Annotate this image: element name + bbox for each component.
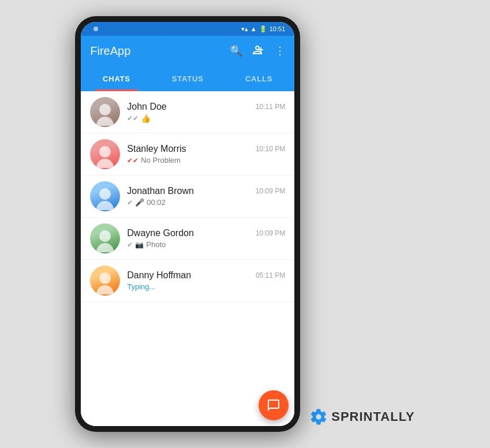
chat-content: Danny Hoffman 05:11 PM Typing... [127,270,285,291]
chat-content: Dwayne Gordon 10:09 PM ✔ 📷 Photo [127,228,285,249]
contact-name: Jonathan Brown [127,186,194,196]
chat-header: John Doe 10:11 PM [127,102,285,112]
avatar-silhouette [96,97,114,127]
add-contact-button[interactable] [253,44,264,58]
avatar-head [99,104,111,115]
phone-frame: ▾▴ ▲ 🔋 10:51 FireApp 🔍 ⋮ [75,16,300,432]
status-bar: ▾▴ ▲ 🔋 10:51 [81,22,294,36]
chat-header: Dwayne Gordon 10:09 PM [127,228,285,238]
chat-preview: ✔✔ 👍 [127,114,285,123]
check-icon: ✔ [127,241,133,249]
signal-dot [93,27,98,31]
contact-name: Dwayne Gordon [127,228,194,238]
avatar-head [99,146,111,158]
avatar-head [99,188,111,200]
check-icon: ✔ [127,199,133,207]
message-time: 10:09 PM [256,187,285,195]
chat-item[interactable]: Stanley Morris 10:10 PM ✔✔ No Problem [81,133,294,176]
message-time: 10:09 PM [256,229,285,237]
chat-header: Stanley Morris 10:10 PM [127,144,285,154]
tab-status-label: STATUS [172,74,204,83]
app-bar: FireApp 🔍 ⋮ [81,36,294,66]
wifi-icon: ▾▴ [241,25,248,33]
chat-item[interactable]: Dwayne Gordon 10:09 PM ✔ 📷 Photo [81,218,294,260]
avatar-body [96,243,114,252]
contact-name: John Doe [127,102,167,112]
avatar [90,223,120,253]
avatar-silhouette [96,181,114,211]
chat-content: Stanley Morris 10:10 PM ✔✔ No Problem [127,144,285,165]
status-bar-right: ▾▴ ▲ 🔋 10:51 [241,25,285,33]
chat-list: John Doe 10:11 PM ✔✔ 👍 [81,91,294,426]
preview-text: No Problem [141,156,181,165]
tab-chats-label: CHATS [103,74,130,83]
new-chat-fab[interactable] [259,390,289,420]
brand-name-label: SPRINTALLY [331,409,414,424]
phone-screen: ▾▴ ▲ 🔋 10:51 FireApp 🔍 ⋮ [81,22,294,426]
search-button[interactable]: 🔍 [230,44,242,57]
more-options-button[interactable]: ⋮ [275,44,285,57]
avatar [90,266,120,296]
double-check-icon: ✔✔ [127,156,139,165]
chat-content: Jonathan Brown 10:09 PM ✔ 🎤 00:02 [127,186,285,207]
chat-item[interactable]: Jonathan Brown 10:09 PM ✔ 🎤 00:02 [81,176,294,218]
avatar-body [96,159,114,168]
preview-text: 00:02 [147,198,166,207]
contact-name: Stanley Morris [127,144,186,154]
avatar-body [96,117,114,126]
thumbs-up-emoji: 👍 [141,114,151,123]
double-check-icon: ✔✔ [127,114,139,122]
branding-section: SPRINTALLY [309,408,414,432]
status-bar-left [90,27,102,31]
tab-bar: CHATS STATUS CALLS [81,66,294,91]
avatar [90,97,120,127]
tab-calls-label: CALLS [245,74,272,83]
preview-text: Photo [146,240,166,249]
tab-status[interactable]: STATUS [152,66,223,91]
avatar [90,181,120,211]
tab-chats[interactable]: CHATS [81,66,152,91]
avatar-body [96,201,114,210]
brand-gear-icon [309,408,328,426]
avatar-silhouette [96,266,114,296]
contact-name: Danny Hoffman [127,270,191,281]
chat-preview: ✔ 🎤 00:02 [127,198,285,207]
chat-item[interactable]: Danny Hoffman 05:11 PM Typing... [81,260,294,302]
message-time: 10:11 PM [256,103,285,111]
message-time: 05:11 PM [256,271,285,279]
signal-icon: ▲ [250,25,257,32]
brand-logo: SPRINTALLY [309,408,414,426]
chat-preview-typing: Typing... [127,282,285,291]
typing-indicator: Typing... [127,282,155,291]
mic-icon: 🎤 [135,198,144,207]
chat-content: John Doe 10:11 PM ✔✔ 👍 [127,102,285,123]
app-title: FireApp [90,44,130,58]
chat-preview: ✔✔ No Problem [127,156,285,165]
chat-item[interactable]: John Doe 10:11 PM ✔✔ 👍 [81,91,294,133]
tab-calls[interactable]: CALLS [223,66,294,91]
chat-header: Danny Hoffman 05:11 PM [127,270,285,281]
time-display: 10:51 [270,25,286,32]
chat-preview: ✔ 📷 Photo [127,240,285,249]
chat-header: Jonathan Brown 10:09 PM [127,186,285,196]
avatar-body [96,285,114,294]
avatar [90,139,120,169]
avatar-head [99,272,111,284]
camera-icon: 📷 [135,241,144,249]
app-bar-icons: 🔍 ⋮ [230,44,285,58]
battery-icon: 🔋 [259,25,267,33]
avatar-head [99,230,111,242]
message-time: 10:10 PM [256,145,285,153]
avatar-silhouette [96,223,114,253]
avatar-silhouette [96,139,114,169]
